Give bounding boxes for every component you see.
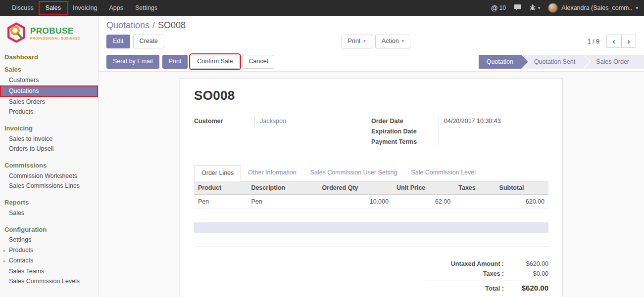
app-menu-bar: Discuss Sales Invoicing Apps Settings [0,0,163,16]
sidebar-item-customers[interactable]: Customers [0,75,98,85]
sidebar-item-sales-orders[interactable]: Sales Orders [0,97,98,107]
chevron-down-icon: ▾ [538,6,541,10]
status-step-sales-order[interactable]: Sales Order [583,55,644,69]
sidebar-item-orders-to-upsell[interactable]: Orders to Upsell [0,144,98,155]
notebook-tabs: Order Lines Other Information Sales Comm… [194,165,548,181]
control-panel-row-2: Send by Email Print Confirm Sale Cancel … [99,53,644,72]
expiration-date-label: Expiration Date [371,127,439,137]
form-view-content: SO008 Customer Jackspon Order Date 04/20… [99,72,644,297]
expand-arrow-icon: ▸ [3,258,9,265]
chevron-right-icon: › [627,37,630,46]
sidebar-item-commission-worksheets[interactable]: Commission Worksheets [0,171,98,181]
expiration-date-value [439,127,548,137]
cell-unit-price: 62.00 [393,194,454,209]
chevron-left-icon: ‹ [613,37,615,46]
pager-count: 1 / 9 [588,38,599,45]
probuse-logo-text: PROBUSE PROFESSIONAL BUSINESS [30,27,80,40]
cell-ordered-qty: 10.000 [318,194,393,209]
bug-icon [529,4,536,12]
sidebar-item-quotations[interactable]: Quotations [0,85,98,97]
sidebar-section-dashboard[interactable]: Dashboard [0,51,98,63]
order-date-label: Order Date [371,116,439,127]
status-label: Sales Order [596,58,629,65]
totals-separator [425,281,548,281]
breadcrumb-current: SO008 [158,20,186,30]
pager-previous-button[interactable]: ‹ [606,35,621,48]
status-label: Quotation [487,58,513,65]
user-menu[interactable]: Alexandra (Sales_comm.. ▾ [548,3,638,13]
action-dropdown-button[interactable]: Action ▾ [375,35,410,48]
pager-next-button[interactable]: › [621,35,636,48]
create-button[interactable]: Create [133,35,165,48]
edit-button[interactable]: Edit [106,35,130,48]
sidebar-item-settings[interactable]: Settings [0,235,98,246]
debug-menu[interactable]: ▾ [529,4,541,12]
sidebar-item-reports-sales[interactable]: Sales [0,208,98,218]
column-header-description: Description [247,181,318,195]
chevron-down-icon: ▾ [636,6,638,10]
quotation-sheet: SO008 Customer Jackspon Order Date 04/20… [180,78,563,297]
menu-discuss[interactable]: Discuss [6,0,40,16]
status-label: Quotation Sent [534,58,575,65]
tab-sale-commission-level[interactable]: Sale Commission Level [404,165,483,181]
menu-apps[interactable]: Apps [103,0,129,16]
print-dropdown-button[interactable]: Print ▾ [342,35,372,48]
customer-value[interactable]: Jackspon [254,116,350,127]
sidebar-item-products[interactable]: Products [0,107,98,118]
logo-title: PROBUSE [30,27,80,35]
sidebar-item-label: Products [9,247,33,254]
probuse-logo-icon [6,22,27,44]
confirm-sale-button[interactable]: Confirm Sale [191,55,239,69]
chat-bubble-icon [514,4,521,12]
sidebar-item-config-products[interactable]: ▸Products [0,245,98,256]
taxes-label: Taxes : [483,270,504,277]
column-header-product: Product [194,181,247,195]
menu-settings[interactable]: Settings [129,0,163,16]
status-step-quotation-sent[interactable]: Quotation Sent [521,55,583,69]
breadcrumb-separator: / [152,20,155,30]
sidebar-section-configuration[interactable]: Configuration [0,224,98,235]
sidebar-item-sales-commissions-lines[interactable]: Sales Commissions Lines [0,181,98,192]
activity-count: 10 [499,4,505,11]
probuse-logo[interactable]: PROBUSE PROFESSIONAL BUSINESS [0,16,98,51]
sidebar-item-config-contacts[interactable]: ▸Contacts [0,256,98,267]
tab-other-information[interactable]: Other Information [241,165,303,181]
activity-at-icon: @ [491,4,498,12]
tab-order-lines[interactable]: Order Lines [194,165,241,181]
tab-sales-commission-user-setting[interactable]: Sales Commission User Setting [303,165,404,181]
total-label: Total : [485,285,504,292]
sidebar-section-commissions[interactable]: Commissions [0,160,98,171]
sidebar-section-reports[interactable]: Reports [0,197,98,208]
status-step-quotation[interactable]: Quotation [479,55,521,69]
sidebar-item-sales-to-invoice[interactable]: Sales to Invoice [0,134,98,144]
breadcrumb-quotations-link[interactable]: Quotations [106,20,149,30]
user-name: Alexandra (Sales_comm.. [561,4,632,11]
action-dropdown-label: Action [382,38,399,45]
column-header-ordered-qty: Ordered Qty [318,181,393,195]
breadcrumb: Quotations/SO008 [99,16,644,34]
topbar-systray: @ 10 ▾ Alexandra (Sales_comm.. ▾ [491,3,644,13]
table-row[interactable]: Pen Pen 10.000 62.00 620.00 [194,194,548,209]
send-by-email-button[interactable]: Send by Email [106,55,159,69]
form-fields: Customer Jackspon Order Date 04/20/2017 … [194,116,548,147]
menu-invoicing[interactable]: Invoicing [67,0,103,16]
sidebar-section-sales[interactable]: Sales [0,64,98,75]
pager: 1 / 9 ‹ › [588,35,636,48]
quotation-number-title: SO008 [194,88,548,103]
customer-label: Customer [194,116,254,127]
payment-terms-value [439,137,548,147]
messages-menu[interactable] [514,4,521,12]
sidebar-item-sales-commission-levels[interactable]: Sales Commission Levels [0,277,98,287]
logo-subtitle: PROFESSIONAL BUSINESS [30,37,80,40]
sidebar-item-label: Contacts [9,257,33,264]
sidebar-section-invoicing[interactable]: Invoicing [0,123,98,134]
sidebar-item-sales-teams[interactable]: Sales Teams [0,266,98,277]
statusbar: Quotation Quotation Sent Sales Order [479,55,644,69]
activity-menu[interactable]: @ 10 [491,4,506,12]
total-value: $620.00 [504,284,548,292]
empty-line-strip [194,222,548,233]
menu-sales[interactable]: Sales [40,2,67,14]
cancel-button[interactable]: Cancel [243,55,275,69]
print-button[interactable]: Print [162,55,188,69]
untaxed-amount-label: Untaxed Amount : [451,260,504,267]
